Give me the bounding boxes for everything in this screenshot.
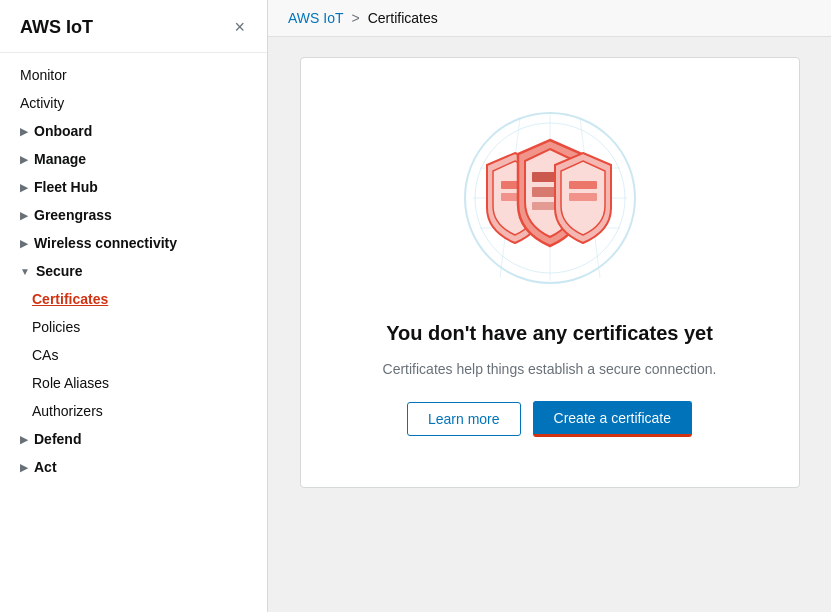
- sidebar-item-label: Certificates: [32, 291, 108, 307]
- breadcrumb-separator: >: [352, 10, 360, 26]
- empty-state-actions: Learn more Create a certificate: [407, 401, 692, 437]
- sidebar-close-button[interactable]: ×: [232, 16, 247, 38]
- empty-state-title: You don't have any certificates yet: [386, 322, 713, 345]
- svg-rect-13: [569, 181, 597, 189]
- sidebar-item-label: Secure: [36, 263, 83, 279]
- sidebar-item-certificates[interactable]: Certificates: [0, 285, 267, 313]
- content-area: You don't have any certificates yet Cert…: [268, 37, 831, 612]
- main-content: AWS IoT > Certificates: [268, 0, 831, 612]
- sidebar-item-label: Monitor: [20, 67, 67, 83]
- chevron-down-icon: ▼: [20, 266, 30, 277]
- sidebar-item-fleet-hub[interactable]: ▶ Fleet Hub: [0, 173, 267, 201]
- chevron-right-icon: ▶: [20, 238, 28, 249]
- sidebar-header: AWS IoT ×: [0, 0, 267, 53]
- learn-more-button[interactable]: Learn more: [407, 402, 521, 436]
- sidebar-item-label: Act: [34, 459, 57, 475]
- sidebar-title: AWS IoT: [20, 17, 93, 38]
- sidebar-item-label: Defend: [34, 431, 81, 447]
- breadcrumb-parent-link[interactable]: AWS IoT: [288, 10, 344, 26]
- chevron-right-icon: ▶: [20, 434, 28, 445]
- chevron-right-icon: ▶: [20, 182, 28, 193]
- sidebar-item-label: CAs: [32, 347, 58, 363]
- sidebar-item-label: Authorizers: [32, 403, 103, 419]
- sidebar-item-label: Onboard: [34, 123, 92, 139]
- sidebar-item-activity[interactable]: Activity: [0, 89, 267, 117]
- breadcrumb-current: Certificates: [368, 10, 438, 26]
- certificates-illustration: [435, 98, 665, 298]
- sidebar-item-label: Role Aliases: [32, 375, 109, 391]
- chevron-right-icon: ▶: [20, 126, 28, 137]
- empty-state-description: Certificates help things establish a sec…: [383, 361, 717, 377]
- sidebar-item-label: Activity: [20, 95, 64, 111]
- sidebar-item-label: Policies: [32, 319, 80, 335]
- sidebar-item-policies[interactable]: Policies: [0, 313, 267, 341]
- sidebar-item-cas[interactable]: CAs: [0, 341, 267, 369]
- sidebar-nav: Monitor Activity ▶ Onboard ▶ Manage ▶ Fl…: [0, 53, 267, 489]
- sidebar-item-wireless[interactable]: ▶ Wireless connectivity: [0, 229, 267, 257]
- sidebar-item-manage[interactable]: ▶ Manage: [0, 145, 267, 173]
- sidebar-item-label: Greengrass: [34, 207, 112, 223]
- sidebar: AWS IoT × Monitor Activity ▶ Onboard ▶ M…: [0, 0, 268, 612]
- sidebar-item-defend[interactable]: ▶ Defend: [0, 425, 267, 453]
- svg-rect-14: [569, 193, 597, 201]
- chevron-right-icon: ▶: [20, 462, 28, 473]
- sidebar-item-label: Fleet Hub: [34, 179, 98, 195]
- chevron-right-icon: ▶: [20, 210, 28, 221]
- breadcrumb: AWS IoT > Certificates: [268, 0, 831, 37]
- sidebar-item-secure[interactable]: ▼ Secure: [0, 257, 267, 285]
- sidebar-item-label: Manage: [34, 151, 86, 167]
- sidebar-item-role-aliases[interactable]: Role Aliases: [0, 369, 267, 397]
- sidebar-item-greengrass[interactable]: ▶ Greengrass: [0, 201, 267, 229]
- sidebar-item-act[interactable]: ▶ Act: [0, 453, 267, 481]
- sidebar-item-authorizers[interactable]: Authorizers: [0, 397, 267, 425]
- sidebar-item-monitor[interactable]: Monitor: [0, 61, 267, 89]
- chevron-right-icon: ▶: [20, 154, 28, 165]
- empty-state-card: You don't have any certificates yet Cert…: [300, 57, 800, 488]
- create-certificate-button[interactable]: Create a certificate: [533, 401, 693, 437]
- sidebar-item-onboard[interactable]: ▶ Onboard: [0, 117, 267, 145]
- sidebar-item-label: Wireless connectivity: [34, 235, 177, 251]
